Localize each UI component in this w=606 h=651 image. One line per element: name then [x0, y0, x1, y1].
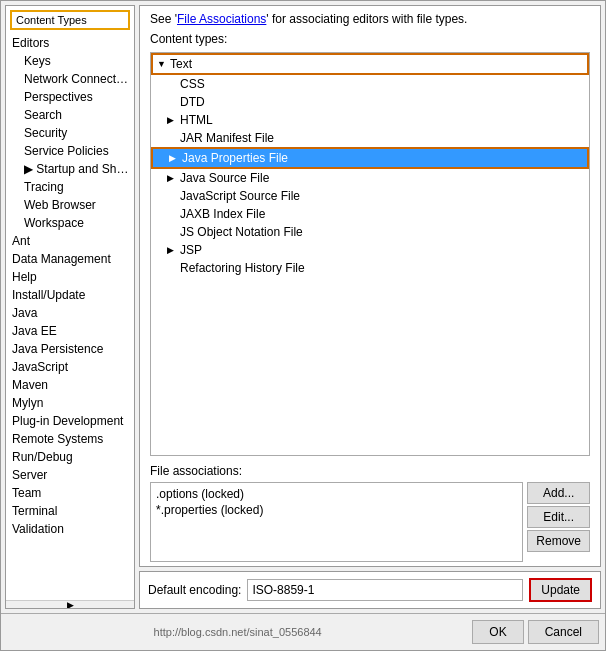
dialog-footer: http://blog.csdn.net/sinat_0556844 OK Ca…	[1, 613, 605, 650]
left-tree-item-validation[interactable]: Validation	[6, 520, 134, 538]
left-tree-item-run-debug[interactable]: Run/Debug	[6, 448, 134, 466]
left-tree-item-team[interactable]: Team	[6, 484, 134, 502]
left-tree-item-java-persistence[interactable]: Java Persistence	[6, 340, 134, 358]
file-assoc-section: File associations:	[140, 460, 600, 482]
left-tree-item-java[interactable]: Java	[6, 304, 134, 322]
content-types-label: Content types:	[140, 30, 600, 48]
left-tree-item-plugin-dev[interactable]: Plug-in Development	[6, 412, 134, 430]
file-assoc-label: File associations:	[150, 464, 590, 478]
file-assoc-area: .options (locked)*.properties (locked) A…	[150, 482, 590, 562]
encoding-input[interactable]	[247, 579, 523, 601]
left-tree-item-remote-systems[interactable]: Remote Systems	[6, 430, 134, 448]
left-tree-item-editors[interactable]: Editors	[6, 34, 134, 52]
ct-item-css[interactable]: CSS	[151, 75, 589, 93]
ok-button[interactable]: OK	[472, 620, 523, 644]
ct-item-javascript-source[interactable]: JavaScript Source File	[151, 187, 589, 205]
left-bottom-bar: ▶	[6, 600, 134, 608]
left-tree-item-web-browser[interactable]: Web Browser	[6, 196, 134, 214]
left-tree-item-startup[interactable]: ▶ Startup and Shutd...	[6, 160, 134, 178]
ct-item-jaxb-index[interactable]: JAXB Index File	[151, 205, 589, 223]
left-tree-item-perspectives[interactable]: Perspectives	[6, 88, 134, 106]
edit-button[interactable]: Edit...	[527, 506, 590, 528]
left-tree-item-maven[interactable]: Maven	[6, 376, 134, 394]
left-tree-item-tracing[interactable]: Tracing	[6, 178, 134, 196]
content-types-header[interactable]: Content Types	[10, 10, 130, 30]
content-tree[interactable]: ▼ Text CSS DTD▶ HTML JAR Manifest File▶ …	[150, 52, 590, 456]
left-tree-item-javascript[interactable]: JavaScript	[6, 358, 134, 376]
left-tree-item-keys[interactable]: Keys	[6, 52, 134, 70]
left-tree-item-terminal[interactable]: Terminal	[6, 502, 134, 520]
add-button[interactable]: Add...	[527, 482, 590, 504]
left-panel: Content Types Editors Keys Network Conne…	[5, 5, 135, 609]
file-assoc-list: .options (locked)*.properties (locked)	[150, 482, 523, 562]
left-tree-item-server[interactable]: Server	[6, 466, 134, 484]
file-assoc-item: *.properties (locked)	[154, 502, 519, 518]
encoding-label: Default encoding:	[148, 583, 241, 597]
left-tree: Editors Keys Network Connectio... Perspe…	[6, 34, 134, 600]
ct-item-dtd[interactable]: DTD	[151, 93, 589, 111]
left-tree-item-service-policies[interactable]: Service Policies	[6, 142, 134, 160]
right-panel: See 'File Associations' for associating …	[139, 5, 601, 609]
left-tree-item-java-ee[interactable]: Java EE	[6, 322, 134, 340]
update-button[interactable]: Update	[529, 578, 592, 602]
file-associations-link[interactable]: File Associations	[177, 12, 266, 26]
expand-icon[interactable]: ▶	[67, 600, 74, 610]
ct-item-refactoring[interactable]: Refactoring History File	[151, 259, 589, 277]
panel-wrapper: Editors Keys Network Connectio... Perspe…	[6, 34, 134, 600]
ct-item-js-object[interactable]: JS Object Notation File	[151, 223, 589, 241]
right-top: See 'File Associations' for associating …	[139, 5, 601, 567]
left-tree-item-install-update[interactable]: Install/Update	[6, 286, 134, 304]
ct-item-java-properties[interactable]: ▶ Java Properties File	[151, 147, 589, 169]
left-tree-item-data-management[interactable]: Data Management	[6, 250, 134, 268]
ct-item-html[interactable]: ▶ HTML	[151, 111, 589, 129]
encoding-row: Default encoding: Update	[139, 571, 601, 609]
left-tree-item-ant[interactable]: Ant	[6, 232, 134, 250]
file-assoc-buttons: Add... Edit... Remove	[527, 482, 590, 562]
left-tree-item-security[interactable]: Security	[6, 124, 134, 142]
left-tree-item-search[interactable]: Search	[6, 106, 134, 124]
left-tree-item-help[interactable]: Help	[6, 268, 134, 286]
file-assoc-item: .options (locked)	[154, 486, 519, 502]
dialog-body: Content Types Editors Keys Network Conne…	[1, 1, 605, 613]
watermark: http://blog.csdn.net/sinat_0556844	[7, 626, 468, 638]
ct-item-text[interactable]: ▼ Text	[151, 53, 589, 75]
left-tree-item-workspace[interactable]: Workspace	[6, 214, 134, 232]
ct-item-jsp[interactable]: ▶ JSP	[151, 241, 589, 259]
ct-item-jar-manifest[interactable]: JAR Manifest File	[151, 129, 589, 147]
left-tree-item-network[interactable]: Network Connectio...	[6, 70, 134, 88]
left-tree-item-mylyn[interactable]: Mylyn	[6, 394, 134, 412]
ct-item-java-source[interactable]: ▶ Java Source File	[151, 169, 589, 187]
remove-button[interactable]: Remove	[527, 530, 590, 552]
info-text: See 'File Associations' for associating …	[140, 6, 600, 30]
dialog: Content Types Editors Keys Network Conne…	[0, 0, 606, 651]
cancel-button[interactable]: Cancel	[528, 620, 599, 644]
